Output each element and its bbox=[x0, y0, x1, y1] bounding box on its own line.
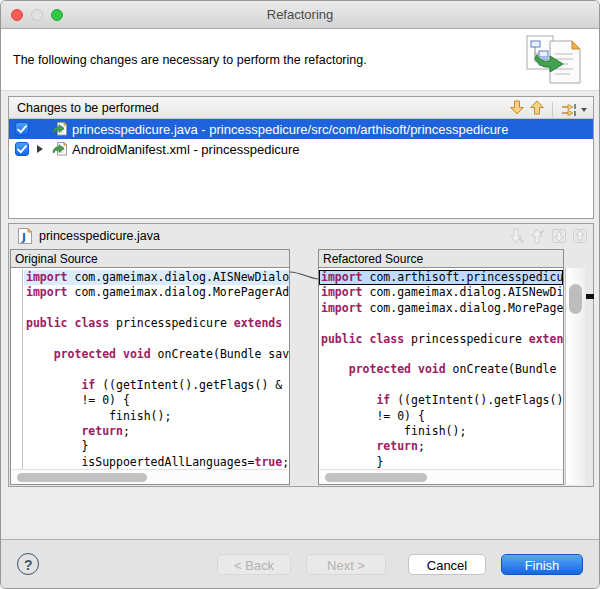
java-file-icon: J bbox=[18, 228, 32, 248]
filter-changes-icon[interactable] bbox=[561, 103, 587, 117]
code-line bbox=[24, 332, 289, 347]
refactored-source-body[interactable]: import com.arthisoft.princesspedicure.R;… bbox=[319, 269, 563, 469]
compare-toolbar bbox=[509, 228, 588, 248]
compare-file-title: princesspedicure.java bbox=[39, 229, 160, 243]
right-vscrollbar[interactable] bbox=[565, 268, 585, 485]
tree-row[interactable]: princesspedicure.java - princesspedicure… bbox=[9, 119, 593, 139]
refactoring-banner-icon bbox=[523, 32, 585, 92]
code-line: import com.gameimax.dialog.AISNewDialog bbox=[24, 270, 289, 285]
code-line: != 0) { bbox=[24, 393, 289, 408]
code-line: if ((getIntent().getFlags() & bbox=[319, 393, 563, 408]
right-hscrollbar[interactable] bbox=[319, 469, 563, 484]
code-line: } bbox=[24, 439, 289, 454]
changes-panel: Changes to be performed bbox=[8, 96, 594, 219]
footer: ? < Back Next > Cancel Finish bbox=[1, 539, 599, 589]
left-hscrollbar[interactable] bbox=[11, 469, 289, 484]
code-line: import com.gameimax.dialog.MorePagerAdap… bbox=[24, 285, 289, 300]
finish-button[interactable]: Finish bbox=[501, 554, 583, 575]
refactored-code: import com.arthisoft.princesspedicure.R;… bbox=[319, 269, 563, 469]
original-code: import com.gameimax.dialog.AISNewDialogi… bbox=[24, 269, 289, 469]
code-line: isSuppoertedAllLanguages=true; bbox=[24, 455, 289, 469]
move-up-icon[interactable] bbox=[530, 100, 544, 119]
overview-ruler[interactable] bbox=[586, 268, 594, 485]
tree-row[interactable]: AndroidManifest.xml - princesspedicure bbox=[9, 139, 593, 159]
row-label: princesspedicure.java - princesspedicure… bbox=[72, 122, 508, 137]
expander-icon[interactable] bbox=[29, 145, 51, 153]
help-button[interactable]: ? bbox=[17, 553, 39, 575]
change-icon bbox=[51, 121, 69, 137]
right-vscrollbar-thumb[interactable] bbox=[569, 284, 582, 314]
code-line: import com.arthisoft.princesspedicure.R; bbox=[319, 270, 563, 285]
titlebar: Refactoring bbox=[1, 1, 599, 29]
back-button[interactable]: < Back bbox=[217, 554, 291, 575]
next-change-icon[interactable] bbox=[551, 228, 567, 248]
original-source-body[interactable]: import com.gameimax.dialog.AISNewDialogi… bbox=[11, 269, 289, 469]
previous-change-icon[interactable] bbox=[572, 228, 588, 248]
code-line: finish(); bbox=[24, 409, 289, 424]
change-icon bbox=[51, 141, 69, 157]
chevron-down-icon bbox=[581, 108, 587, 112]
code-line: finish(); bbox=[319, 424, 563, 439]
next-difference-icon[interactable] bbox=[509, 228, 525, 248]
code-line bbox=[319, 347, 563, 362]
right-hscrollbar-thumb[interactable] bbox=[325, 473, 427, 482]
code-line: return; bbox=[319, 439, 563, 454]
row-checkbox[interactable] bbox=[15, 122, 29, 136]
window-title: Refactoring bbox=[1, 7, 599, 22]
compare-panel: J princesspedicure.java Or bbox=[8, 223, 594, 487]
code-line bbox=[24, 362, 289, 377]
code-line: if ((getIntent().getFlags() & bbox=[24, 378, 289, 393]
code-line: public class princesspedicure extends Ac… bbox=[24, 316, 289, 331]
code-line: protected void onCreate(Bundle savedInst… bbox=[24, 347, 289, 362]
code-line: != 0) { bbox=[319, 409, 563, 424]
compare-titlebar: J princesspedicure.java bbox=[9, 224, 593, 248]
changes-panel-header: Changes to be performed bbox=[9, 97, 593, 119]
left-gutter bbox=[11, 269, 23, 469]
code-line: public class princesspedicure extends Ac… bbox=[319, 332, 563, 347]
code-line: protected void onCreate(Bundle savedInst… bbox=[319, 362, 563, 377]
toolbar-separator bbox=[552, 102, 553, 117]
diff-connector-line bbox=[290, 268, 318, 298]
code-line: return; bbox=[24, 424, 289, 439]
refactored-source-header: Refactored Source bbox=[319, 250, 563, 268]
previous-difference-icon[interactable] bbox=[530, 228, 546, 248]
original-source-header: Original Source bbox=[11, 250, 289, 268]
original-source-pane: Original Source import com.gameimax.dial… bbox=[10, 249, 290, 485]
code-line: import com.gameimax.dialog.AISNewDialog bbox=[319, 285, 563, 300]
banner: The following changes are necessary to p… bbox=[1, 29, 599, 91]
banner-message: The following changes are necessary to p… bbox=[13, 53, 367, 67]
left-hscrollbar-thumb[interactable] bbox=[17, 473, 147, 482]
changes-list: princesspedicure.java - princesspedicure… bbox=[9, 119, 593, 218]
row-checkbox[interactable] bbox=[15, 142, 29, 156]
refactoring-dialog: Refactoring The following changes are ne… bbox=[0, 0, 600, 589]
next-button[interactable]: Next > bbox=[306, 554, 386, 575]
move-down-icon[interactable] bbox=[510, 100, 524, 119]
code-line bbox=[319, 316, 563, 331]
refactored-source-pane: Refactored Source import com.arthisoft.p… bbox=[318, 249, 564, 485]
code-line: } bbox=[319, 455, 563, 469]
cancel-button[interactable]: Cancel bbox=[408, 554, 486, 575]
diff-marker[interactable] bbox=[586, 294, 594, 299]
code-line bbox=[24, 301, 289, 316]
changes-panel-title: Changes to be performed bbox=[17, 101, 159, 115]
svg-text:J: J bbox=[21, 231, 26, 243]
code-line: import com.gameimax.dialog.MorePagerAdap… bbox=[319, 301, 563, 316]
diff-connector-area bbox=[290, 249, 318, 485]
row-label: AndroidManifest.xml - princesspedicure bbox=[72, 142, 300, 157]
code-line bbox=[319, 378, 563, 393]
